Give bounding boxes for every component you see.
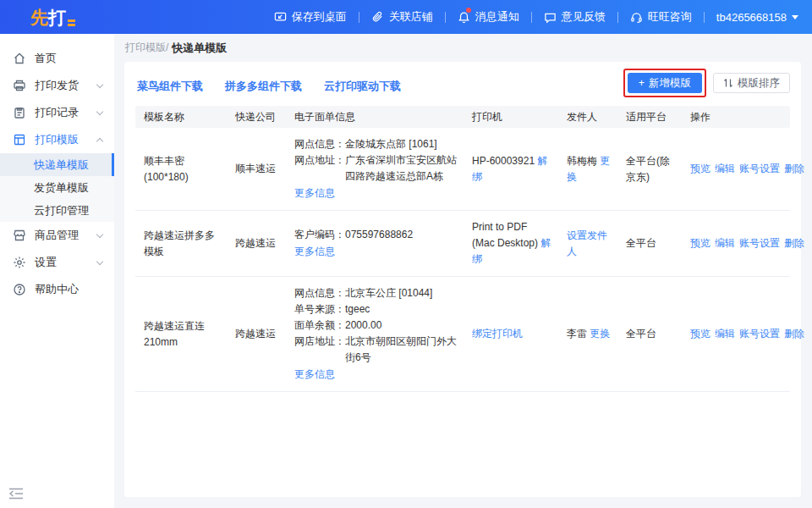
templates-table: 模板名称 快递公司 电子面单信息 打印机 发件人 适用平台 操作 顺丰丰密(10…	[135, 106, 790, 392]
cell-platform: 全平台(除京东)	[617, 128, 682, 211]
sidebar-item-settings[interactable]: 设置	[0, 249, 114, 276]
feedback-bubble-icon	[544, 11, 557, 24]
sidebar-item-print-ship[interactable]: 打印发货	[0, 72, 114, 99]
waybill-value: 金陵城东点部 [1061]	[345, 136, 457, 152]
cloud-print-driver-download-link[interactable]: 云打印驱动下载	[324, 79, 401, 94]
cell-template-name: 跨越速运直连210mm	[135, 277, 227, 392]
pdd-component-download-link[interactable]: 拼多多组件下载	[225, 79, 302, 94]
chevron-down-icon	[96, 108, 103, 114]
feedback-label: 意见反馈	[562, 9, 606, 25]
cell-waybill-info: 网点信息：北京车公庄 [01044] 单号来源：tgeec 面单余额：2000.…	[286, 277, 464, 392]
col-sender: 发件人	[558, 106, 617, 128]
menu-separator	[359, 12, 359, 23]
printer-icon	[13, 79, 26, 92]
store-icon	[13, 229, 26, 242]
cell-courier: 跨越速运	[227, 211, 286, 277]
cell-template-name: 顺丰丰密(100*180)	[135, 128, 227, 211]
chevron-up-icon	[96, 137, 103, 144]
logo-accent-mark	[68, 19, 75, 26]
collapse-sidebar-icon[interactable]	[8, 488, 24, 500]
more-info-link[interactable]: 更多信息	[294, 367, 335, 383]
add-template-label: 新增模版	[649, 76, 691, 91]
cell-courier: 跨越速运	[227, 277, 286, 392]
sidebar-item-label: 设置	[35, 255, 57, 270]
clipboard-icon	[13, 106, 26, 119]
change-sender-link[interactable]: 更换	[590, 328, 610, 340]
plus-icon: +	[639, 77, 645, 89]
sidebar-item-print-records[interactable]: 打印记录	[0, 99, 114, 126]
more-info-link[interactable]: 更多信息	[294, 185, 335, 202]
col-waybill-info: 电子面单信息	[286, 106, 464, 128]
sidebar-item-goods[interactable]: 商品管理	[0, 222, 114, 249]
notifications-label: 消息通知	[475, 9, 519, 25]
sidebar-item-help[interactable]: 帮助中心	[0, 276, 114, 303]
table-row: 顺丰丰密(100*180) 顺丰速运 网点信息：金陵城东点部 [1061] 网点…	[135, 128, 790, 211]
notification-badge	[466, 8, 471, 13]
preview-link[interactable]: 预览	[690, 328, 710, 340]
sidebar-item-label: 打印发货	[35, 78, 79, 93]
sidebar-nav: 首页 打印发货 打印记录 打印模版 快递单模版 发货单模版 云打印管理	[0, 34, 114, 508]
delete-link[interactable]: 删除	[784, 163, 804, 174]
sidebar-item-print-templates[interactable]: 打印模版	[0, 126, 114, 153]
sidebar-subitem-express-template[interactable]: 快递单模版	[0, 153, 114, 176]
add-template-button[interactable]: + 新增模版	[628, 73, 702, 93]
col-operations: 操作	[682, 106, 790, 128]
sidebar-subitem-cloud-print[interactable]: 云打印管理	[0, 199, 114, 222]
gear-icon	[13, 256, 26, 269]
preview-link[interactable]: 预览	[690, 163, 710, 174]
print-templates-submenu: 快递单模版 发货单模版 云打印管理	[0, 153, 114, 222]
sidebar-item-label: 帮助中心	[35, 282, 79, 297]
account-menu[interactable]: tb4265668158	[716, 11, 798, 24]
toolbar-buttons: + 新增模版 模版排序	[623, 69, 790, 97]
edit-link[interactable]: 编辑	[715, 328, 735, 340]
cell-template-name: 跨越速运拼多多模板	[135, 211, 227, 277]
wangwang-support-button[interactable]: 旺旺咨询	[630, 9, 692, 25]
edit-link[interactable]: 编辑	[715, 237, 735, 249]
sidebar-item-label: 打印记录	[35, 105, 79, 120]
breadcrumb-parent[interactable]: 打印模版/	[125, 41, 168, 55]
paperclip-icon	[371, 11, 384, 24]
table-header-row: 模板名称 快递公司 电子面单信息 打印机 发件人 适用平台 操作	[135, 106, 790, 128]
set-sender-link[interactable]: 设置发件人	[567, 229, 607, 257]
cell-operations: 预览编辑账号设置删除	[682, 277, 790, 392]
sort-templates-label: 模版排序	[738, 76, 780, 91]
bind-printer-link[interactable]: 绑定打印机	[472, 328, 523, 340]
col-template-name: 模板名称	[135, 106, 227, 128]
account-settings-link[interactable]: 账号设置	[739, 163, 780, 174]
waybill-value: 2000.00	[345, 318, 457, 334]
notifications-button[interactable]: 消息通知	[458, 9, 519, 25]
sender-name: 韩梅梅	[567, 155, 597, 167]
chevron-down-icon	[792, 15, 798, 19]
sidebar-item-label: 商品管理	[35, 228, 79, 243]
save-to-desktop-label: 保存到桌面	[292, 9, 347, 25]
account-settings-link[interactable]: 账号设置	[739, 237, 780, 249]
sidebar-item-home[interactable]: 首页	[0, 45, 114, 72]
edit-link[interactable]: 编辑	[715, 163, 735, 174]
sidebar-subitem-label: 发货单模版	[34, 180, 89, 196]
sidebar-subitem-shipping-template[interactable]: 发货单模版	[0, 176, 114, 199]
cainiao-component-download-link[interactable]: 菜鸟组件下载	[137, 79, 203, 94]
more-info-link[interactable]: 更多信息	[294, 244, 335, 260]
account-settings-link[interactable]: 账号设置	[739, 328, 780, 340]
sender-name: 李雷	[567, 328, 587, 340]
cell-printer: Print to PDF (Mac Desktop) 解绑	[464, 211, 558, 277]
sort-templates-button[interactable]: 模版排序	[713, 73, 790, 93]
feedback-button[interactable]: 意见反馈	[544, 9, 606, 25]
waybill-value: 北京车公庄 [01044]	[345, 285, 457, 301]
delete-link[interactable]: 删除	[784, 237, 804, 249]
main-content: 打印模版/ 快递单模版 菜鸟组件下载 拼多多组件下载 云打印驱动下载 + 新增模…	[114, 34, 812, 508]
sidebar-item-label: 首页	[35, 51, 57, 66]
logo-text-white: 打	[48, 8, 66, 26]
top-menu: 保存到桌面 关联店铺 消息通知 意见反馈 旺旺咨询	[274, 9, 798, 25]
link-shop-button[interactable]: 关联店铺	[371, 9, 433, 25]
logo-text-orange: 先	[30, 8, 48, 26]
waybill-label: 客户编码：	[294, 227, 345, 243]
waybill-label: 网店地址：	[294, 334, 345, 366]
menu-separator	[617, 12, 618, 23]
delete-link[interactable]: 删除	[784, 328, 804, 340]
preview-link[interactable]: 预览	[690, 237, 710, 249]
app-logo[interactable]: 先 打	[30, 8, 75, 26]
cell-platform: 全平台	[617, 211, 682, 277]
table-row: 跨越速运直连210mm 跨越速运 网点信息：北京车公庄 [01044] 单号来源…	[135, 277, 790, 392]
save-to-desktop-button[interactable]: 保存到桌面	[274, 9, 347, 25]
